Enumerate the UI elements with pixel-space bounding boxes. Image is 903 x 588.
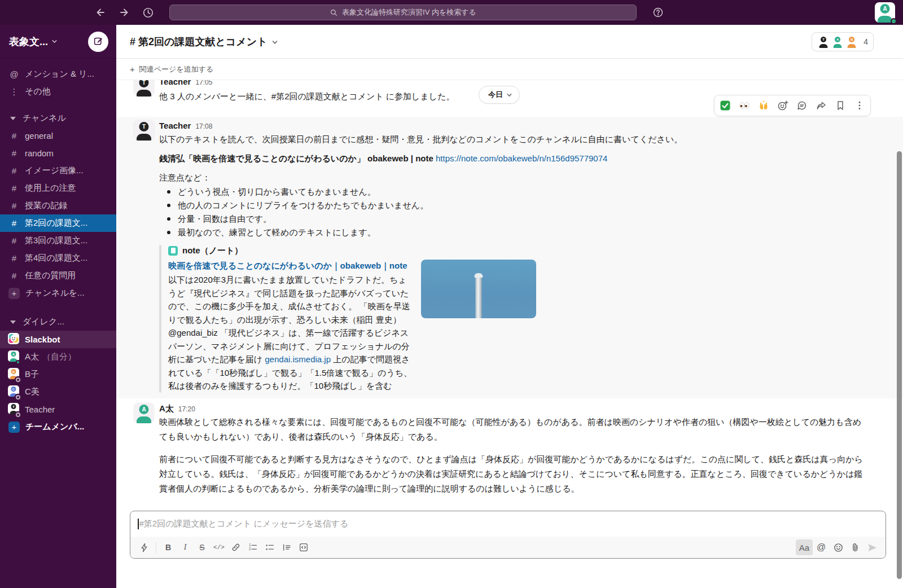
bulleted-list-button[interactable]	[261, 539, 278, 555]
save-message-button[interactable]	[831, 97, 849, 114]
share-arrow-icon	[816, 100, 827, 111]
help-button[interactable]	[650, 5, 666, 20]
preview-title-link[interactable]: 映画を倍速で見ることのなにがわるいのか｜obakeweb｜note	[168, 259, 413, 273]
mention-button[interactable]: @	[813, 539, 830, 555]
add-bookmark-bar[interactable]: + 関連ページを追加する	[116, 59, 903, 80]
presence-offline-dot	[16, 413, 20, 417]
sidebar-item-channel-general[interactable]: #general	[0, 127, 116, 144]
comment-icon	[796, 100, 808, 111]
attach-file-button[interactable]	[847, 539, 863, 555]
timestamp[interactable]: 17:05	[195, 80, 212, 88]
chevron-down-icon	[506, 92, 512, 98]
message-paragraph: 銭清弘「映画を倍速で見ることのなにがわるいのか」 obakeweb | note…	[159, 151, 869, 165]
sidebar-item-add-channel[interactable]: + チャンネルを...	[0, 284, 116, 302]
citation-link[interactable]: https://note.com/obakeweb/n/n156d9577907…	[436, 153, 607, 163]
sidebar-item-channel-session3[interactable]: #第3回の課題文...	[0, 232, 116, 249]
sidebar-item-dm-teacher[interactable]: T Teacher	[0, 401, 116, 418]
plus-icon: +	[8, 422, 20, 433]
timestamp[interactable]: 17:08	[195, 121, 212, 132]
caret-down-icon	[10, 321, 16, 324]
hash-icon: #	[9, 148, 19, 158]
history-back-button[interactable]	[93, 5, 108, 20]
sidebar-item-dm-cmi[interactable]: C C美	[0, 383, 116, 401]
plus-icon: +	[8, 288, 20, 299]
workspace-switcher[interactable]: 表象文...	[9, 35, 88, 49]
sidebar-item-dm-ataro[interactable]: A A太 （自分）	[0, 348, 116, 366]
member-avatar: T	[817, 36, 830, 48]
dms-section-header[interactable]: ダイレク...	[0, 313, 116, 331]
inline-link[interactable]: gendai.ismedia.jp	[265, 354, 331, 364]
avatar[interactable]: A	[134, 403, 154, 496]
react-eyes-button[interactable]	[735, 97, 753, 114]
code-block-button[interactable]	[295, 539, 312, 555]
toggle-formatting-button[interactable]: Aa	[796, 539, 813, 555]
sidebar-item-more[interactable]: ⋮ その他	[0, 83, 116, 100]
sidebar-item-channel-random[interactable]: #random	[0, 144, 116, 162]
reply-in-thread-button[interactable]	[793, 97, 811, 114]
avatar[interactable]: T	[134, 80, 154, 103]
user-avatar[interactable]: A	[875, 2, 895, 23]
add-reaction-button[interactable]	[774, 97, 792, 114]
sidebar-nav: @ メンション & リ... ⋮ その他 チャンネル #general #ran…	[0, 59, 116, 436]
sidebar-item-channel-questions[interactable]: #任意の質問用	[0, 267, 116, 284]
search-icon	[330, 8, 338, 17]
share-message-button[interactable]	[812, 97, 830, 114]
message-composer: #第2回の課題文献とコメント にメッセージを送信する B I S </> Aa …	[130, 511, 886, 559]
search-input[interactable]: 表象文化論特殊研究演習IV 内を検索する	[169, 5, 637, 20]
notes-heading: 注意点など：	[159, 170, 869, 185]
sender-name[interactable]: A太	[159, 403, 174, 414]
avatar[interactable]: T	[134, 120, 154, 393]
sender-name[interactable]: Teacher	[159, 120, 191, 131]
compose-pencil-icon	[93, 37, 103, 47]
preview-thumbnail-image[interactable]	[421, 260, 536, 318]
inline-code-button[interactable]: </>	[211, 539, 227, 555]
arrow-left-icon	[98, 10, 104, 16]
arrow-right-icon	[121, 10, 128, 16]
channel-members-button[interactable]: T A B 4	[812, 32, 874, 51]
sidebar-item-channel-class-record[interactable]: #授業の記録	[0, 197, 116, 214]
channels-section-header[interactable]: チャンネル	[0, 109, 116, 127]
emoji-button[interactable]	[830, 539, 847, 555]
strikethrough-button[interactable]: S	[194, 539, 211, 555]
presence-online-dot	[891, 18, 897, 24]
react-raised-hands-button[interactable]	[755, 97, 773, 114]
hash-icon: #	[9, 166, 19, 175]
sidebar-item-channel-session4[interactable]: #第4回の課題文...	[0, 249, 116, 267]
shortcuts-button[interactable]	[135, 539, 152, 555]
scrollbar-thumb[interactable]	[897, 151, 902, 579]
member-count: 4	[863, 37, 868, 46]
sidebar-item-dm-slackbot[interactable]: Slackbot	[0, 331, 116, 348]
timestamp[interactable]: 17:20	[178, 404, 195, 415]
ordered-list-button[interactable]	[244, 539, 261, 555]
sidebar-item-dm-bko[interactable]: B B子	[0, 366, 116, 383]
list-item: 分量・回数は自由です。	[178, 212, 869, 226]
channel-title[interactable]: # 第2回の課題文献とコメント	[130, 35, 278, 49]
message-actions-toolbar	[714, 95, 871, 116]
history-clock-button[interactable]	[140, 5, 156, 20]
react-check-button[interactable]	[716, 97, 734, 114]
more-actions-button[interactable]	[851, 97, 869, 114]
blockquote-button[interactable]	[278, 539, 295, 555]
presence-offline-dot	[16, 378, 20, 382]
sidebar-item-channel-image[interactable]: #イメージ画像...	[0, 162, 116, 179]
sidebar-item-channel-session2-active[interactable]: #第2回の課題文...	[0, 214, 116, 232]
message-input[interactable]: #第2回の課題文献とコメント にメッセージを送信する	[130, 511, 886, 537]
sidebar-item-invite-members[interactable]: + チームメンバ...	[0, 418, 116, 436]
sidebar-item-channel-usage-notes[interactable]: #使用上の注意	[0, 179, 116, 197]
link-button[interactable]	[227, 539, 244, 555]
history-forward-button[interactable]	[116, 5, 132, 20]
hash-icon: #	[9, 201, 19, 210]
italic-button[interactable]: I	[177, 539, 194, 555]
workspace-name: 表象文...	[9, 35, 48, 49]
sidebar-item-mentions[interactable]: @ メンション & リ...	[0, 65, 116, 83]
send-message-button[interactable]	[863, 539, 880, 555]
bold-button[interactable]: B	[160, 539, 177, 555]
bullet-list: どういう視点・切り口から書いてもかまいません。 他の人のコメントにリプライをつけ…	[159, 185, 869, 239]
link-icon	[231, 542, 241, 552]
note-service-icon	[168, 246, 178, 256]
hash-icon: #	[9, 253, 19, 263]
caret-down-icon	[10, 117, 16, 120]
new-message-button[interactable]	[88, 32, 108, 52]
sender-name[interactable]: Teacher	[159, 80, 191, 87]
date-divider-pill[interactable]: 今日	[479, 86, 520, 104]
